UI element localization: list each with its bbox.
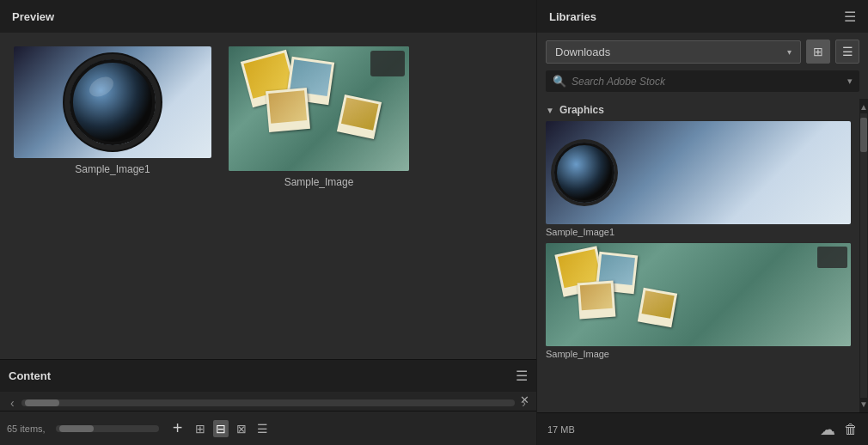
polaroid-art [229,46,409,171]
lib-content: ▼ Graphics Sample_Image1 [537,99,859,412]
bottom-slider-track[interactable] [56,425,159,432]
search-icon: 🔍 [553,75,566,88]
scroll-up-icon[interactable]: ▲ [858,101,868,113]
delete-icon[interactable]: 🗑 [844,422,858,437]
preview-label-2: Sample_Image [284,176,354,188]
preview-label-1: Sample_Image1 [75,163,150,175]
section-arrow-icon: ▼ [546,106,554,115]
lib-pol-photo-4 [638,288,677,327]
section-title-graphics: Graphics [559,104,604,116]
content-bar: Content ☰ [0,359,536,392]
grid-view-button[interactable]: ⊞ [806,40,830,64]
lib-scroll-thumb [860,118,867,152]
lib-pol-photo-3 [578,281,616,320]
bottom-view-icons: ⊞ ⊟ ⊠ ☰ [193,420,271,437]
lib-footer: 17 MB ☁ 🗑 [537,412,868,445]
small-camera [370,51,405,76]
lib-main: ▼ Graphics Sample_Image1 [537,99,868,412]
horizontal-scroll-track[interactable] [21,399,516,406]
scroll-left-arrow[interactable]: ‹ [7,394,18,411]
lib-scrollbar: ▲ ▼ [859,99,868,412]
left-panel: Preview Sample_Image1 [0,0,537,445]
preview-title: Preview [12,10,54,23]
bottom-slider-thumb [59,425,94,432]
preview-item-camera[interactable]: Sample_Image1 [14,46,211,188]
dropdown-arrow-icon: ▾ [787,47,792,57]
lib-camera-lens [554,143,614,203]
view-icon-split[interactable]: ⊠ [234,420,249,437]
libraries-header: Libraries ☰ [537,0,868,33]
items-count: 65 items, [7,424,46,434]
lib-scroll-track[interactable] [860,113,867,398]
thumb-camera [14,46,211,158]
libraries-title: Libraries [549,10,596,23]
preview-item-polaroid[interactable]: Sample_Image [229,46,409,188]
dropdown-selected: Downloads [555,46,610,58]
content-title: Content [9,369,51,382]
thumb-polaroid [229,46,409,171]
lib-thumb-polaroid [546,243,851,346]
hamburger-menu-icon[interactable]: ☰ [844,9,856,25]
lib-label-2: Sample_Image [546,346,851,362]
scroll-row: ✕ ‹ › [0,392,536,411]
search-input[interactable] [572,76,842,88]
horizontal-scroll-thumb [25,399,59,406]
adobe-cloud-icon[interactable]: ☁ [820,420,835,439]
bottom-bar: 65 items, + ⊞ ⊟ ⊠ ☰ [0,411,536,445]
search-bar: 🔍 ▾ [546,70,859,92]
add-button[interactable]: + [173,418,183,438]
preview-area: Sample_Image1 [0,33,536,359]
lib-thumb-camera [546,121,851,224]
preview-header: Preview [0,0,536,33]
lib-polaroid-art [546,243,851,346]
lib-item-camera[interactable]: Sample_Image1 [546,121,851,240]
right-panel: Libraries ☰ Downloads ▾ ⊞ ☰ 🔍 ▾ ▼ Graphi… [537,0,868,445]
camera-lens-graphic [70,59,156,145]
lib-toolbar: Downloads ▾ ⊞ ☰ [537,33,868,70]
polaroid-photo-4 [337,94,382,139]
lib-item-polaroid[interactable]: Sample_Image [546,243,851,362]
view-icon-grid4[interactable]: ⊞ [193,420,208,437]
lib-small-camera [817,247,847,268]
lib-size: 17 MB [547,424,575,435]
scroll-down-icon[interactable]: ▼ [858,398,868,411]
polaroid-photo-3 [266,88,310,132]
graphics-grid: Sample_Image1 [546,121,851,369]
close-x-icon[interactable]: ✕ [520,393,529,406]
view-icon-list[interactable]: ☰ [254,420,271,437]
list-view-button[interactable]: ☰ [835,40,859,64]
library-dropdown[interactable]: Downloads ▾ [546,40,801,64]
content-menu-icon[interactable]: ☰ [516,368,528,384]
lib-label-1: Sample_Image1 [546,224,851,240]
view-icon-grid-active[interactable]: ⊟ [213,420,229,437]
search-expand-icon[interactable]: ▾ [847,76,853,87]
section-header-graphics[interactable]: ▼ Graphics [546,99,851,121]
